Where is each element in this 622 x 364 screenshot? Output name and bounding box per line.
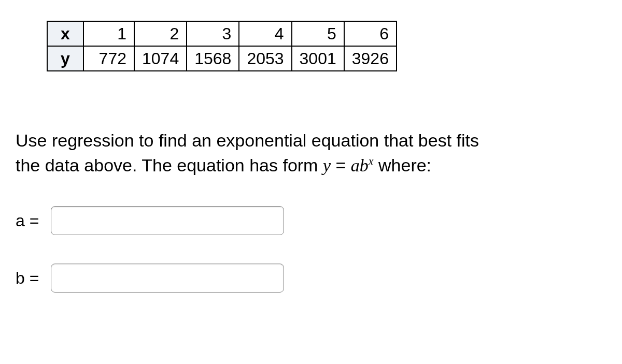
field-row-b: b =	[16, 264, 606, 293]
prompt-line1: Use regression to find an exponential eq…	[16, 130, 479, 150]
cell-y-2: 1074	[134, 46, 187, 71]
data-table: x 1 2 3 4 5 6 y 772 1074 1568 2053 3001 …	[47, 21, 397, 71]
field-row-a: a =	[16, 206, 606, 235]
label-b: b =	[16, 269, 51, 288]
eq-y: y	[323, 156, 331, 175]
cell-x-4: 4	[239, 21, 291, 46]
input-b[interactable]	[51, 264, 284, 293]
cell-x-6: 6	[344, 21, 397, 46]
prompt-line2-post: where:	[374, 155, 432, 175]
eq-equals: =	[331, 155, 351, 175]
label-a: a =	[16, 211, 51, 230]
cell-y-5: 3001	[292, 46, 344, 71]
answer-fields: a = b =	[16, 206, 606, 293]
cell-y-6: 3926	[344, 46, 397, 71]
cell-y-3: 1568	[187, 46, 239, 71]
table-row: y 772 1074 1568 2053 3001 3926	[47, 46, 397, 71]
cell-x-5: 5	[292, 21, 344, 46]
row-header-y: y	[47, 46, 83, 71]
row-header-x: x	[47, 21, 83, 46]
cell-y-4: 2053	[239, 46, 291, 71]
data-table-container: x 1 2 3 4 5 6 y 772 1074 1568 2053 3001 …	[16, 21, 606, 71]
question-prompt: Use regression to find an exponential eq…	[16, 128, 606, 178]
input-a[interactable]	[51, 206, 284, 235]
eq-exponent: x	[369, 154, 374, 167]
cell-x-1: 1	[83, 21, 134, 46]
prompt-line2-pre: the data above. The equation has form	[16, 155, 323, 175]
table-row: x 1 2 3 4 5 6	[47, 21, 397, 46]
eq-ab: ab	[351, 156, 369, 175]
cell-y-1: 772	[83, 46, 134, 71]
cell-x-3: 3	[187, 21, 239, 46]
cell-x-2: 2	[134, 21, 187, 46]
